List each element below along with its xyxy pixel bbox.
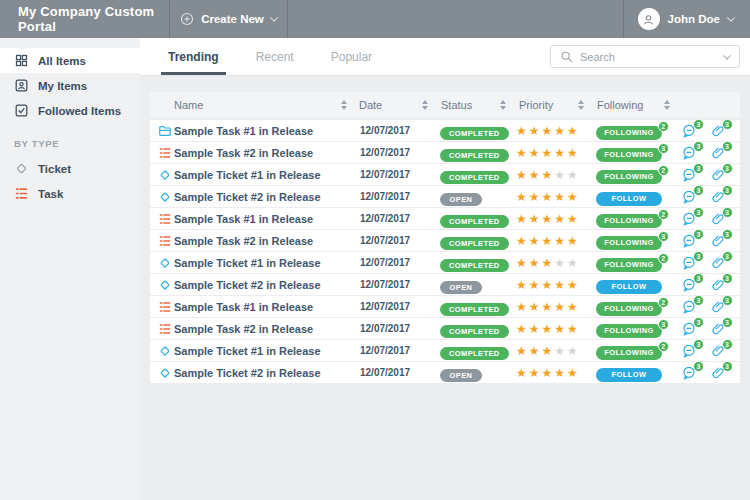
- row-name-link[interactable]: Sample Task #1 in Release: [174, 213, 336, 225]
- star-icon[interactable]: ★: [529, 345, 540, 357]
- comments-button[interactable]: 3: [681, 233, 697, 249]
- table-row[interactable]: Sample Task #2 in Release 12/07/2017 COM…: [150, 142, 740, 163]
- attachments-button[interactable]: 3: [711, 233, 726, 248]
- attachments-button[interactable]: 3: [711, 145, 726, 160]
- star-icon[interactable]: ★: [516, 323, 527, 335]
- star-icon[interactable]: ★: [516, 169, 527, 181]
- attachments-button[interactable]: 3: [711, 321, 726, 336]
- follow-toggle-button[interactable]: FOLLOWING 2: [596, 346, 662, 360]
- attachments-button[interactable]: 3: [711, 167, 726, 182]
- row-name-link[interactable]: Sample Task #2 in Release: [174, 235, 336, 247]
- follow-toggle-button[interactable]: FOLLOWING 2: [596, 214, 662, 228]
- star-icon[interactable]: ★: [554, 169, 565, 181]
- star-icon[interactable]: ★: [554, 323, 565, 335]
- star-icon[interactable]: ★: [516, 345, 527, 357]
- star-icon[interactable]: ★: [542, 169, 553, 181]
- star-icon[interactable]: ★: [516, 235, 527, 247]
- star-icon[interactable]: ★: [567, 213, 578, 225]
- star-icon[interactable]: ★: [567, 169, 578, 181]
- sort-icon[interactable]: [500, 100, 506, 110]
- sidebar-item-all-items[interactable]: All Items: [0, 48, 140, 73]
- star-icon[interactable]: ★: [554, 147, 565, 159]
- follow-toggle-button[interactable]: FOLLOW: [596, 280, 662, 294]
- follow-toggle-button[interactable]: FOLLOWING 3: [596, 236, 662, 250]
- sidebar-item-ticket[interactable]: Ticket: [0, 156, 140, 181]
- star-icon[interactable]: ★: [516, 191, 527, 203]
- comments-button[interactable]: 3: [681, 123, 697, 139]
- comments-button[interactable]: 3: [681, 365, 697, 381]
- sidebar-item-my-items[interactable]: My Items: [0, 73, 140, 98]
- star-icon[interactable]: ★: [529, 147, 540, 159]
- sidebar-item-followed-items[interactable]: Followed Items: [0, 98, 140, 123]
- star-icon[interactable]: ★: [529, 235, 540, 247]
- row-name-link[interactable]: Sample Task #2 in Release: [174, 147, 336, 159]
- star-icon[interactable]: ★: [554, 345, 565, 357]
- comments-button[interactable]: 3: [681, 211, 697, 227]
- star-icon[interactable]: ★: [529, 191, 540, 203]
- search-input[interactable]: [580, 51, 717, 63]
- star-icon[interactable]: ★: [529, 257, 540, 269]
- follow-toggle-button[interactable]: FOLLOWING 2: [596, 258, 662, 272]
- star-icon[interactable]: ★: [529, 279, 540, 291]
- star-icon[interactable]: ★: [516, 257, 527, 269]
- comments-button[interactable]: 3: [681, 255, 697, 271]
- sort-icon[interactable]: [664, 100, 670, 110]
- star-icon[interactable]: ★: [554, 257, 565, 269]
- star-icon[interactable]: ★: [516, 125, 527, 137]
- star-icon[interactable]: ★: [516, 147, 527, 159]
- table-row[interactable]: Sample Task #1 in Release 12/07/2017 COM…: [150, 120, 740, 141]
- sort-icon[interactable]: [341, 100, 347, 110]
- star-icon[interactable]: ★: [554, 235, 565, 247]
- row-name-link[interactable]: Sample Ticket #2 in Release: [174, 279, 336, 291]
- column-header-following[interactable]: Following: [590, 99, 660, 111]
- star-icon[interactable]: ★: [542, 235, 553, 247]
- star-icon[interactable]: ★: [554, 279, 565, 291]
- table-row[interactable]: Sample Task #1 in Release 12/07/2017 COM…: [150, 208, 740, 229]
- table-row[interactable]: Sample Ticket #2 in Release 12/07/2017 O…: [150, 362, 740, 383]
- attachments-button[interactable]: 3: [711, 255, 726, 270]
- comments-button[interactable]: 3: [681, 145, 697, 161]
- row-name-link[interactable]: Sample Ticket #1 in Release: [174, 257, 336, 269]
- attachments-button[interactable]: 3: [711, 277, 726, 292]
- column-header-priority[interactable]: Priority: [512, 99, 572, 111]
- column-header-status[interactable]: Status: [434, 99, 494, 111]
- star-icon[interactable]: ★: [567, 367, 578, 379]
- comments-button[interactable]: 3: [681, 343, 697, 359]
- column-header-date[interactable]: Date: [352, 99, 416, 111]
- attachments-button[interactable]: 3: [711, 365, 726, 380]
- star-icon[interactable]: ★: [542, 213, 553, 225]
- star-icon[interactable]: ★: [567, 147, 578, 159]
- row-name-link[interactable]: Sample Ticket #2 in Release: [174, 191, 336, 203]
- sidebar-item-task[interactable]: Task: [0, 181, 140, 206]
- star-icon[interactable]: ★: [567, 279, 578, 291]
- attachments-button[interactable]: 3: [711, 299, 726, 314]
- star-icon[interactable]: ★: [542, 191, 553, 203]
- tab-popular[interactable]: Popular: [331, 38, 372, 75]
- row-name-link[interactable]: Sample Ticket #1 in Release: [174, 169, 336, 181]
- star-icon[interactable]: ★: [516, 279, 527, 291]
- star-icon[interactable]: ★: [529, 169, 540, 181]
- row-name-link[interactable]: Sample Ticket #2 in Release: [174, 367, 336, 379]
- star-icon[interactable]: ★: [542, 125, 553, 137]
- follow-toggle-button[interactable]: FOLLOWING 3: [596, 324, 662, 338]
- tab-recent[interactable]: Recent: [256, 38, 294, 75]
- attachments-button[interactable]: 3: [711, 123, 726, 138]
- star-icon[interactable]: ★: [542, 345, 553, 357]
- star-icon[interactable]: ★: [542, 367, 553, 379]
- star-icon[interactable]: ★: [567, 191, 578, 203]
- star-icon[interactable]: ★: [554, 367, 565, 379]
- row-name-link[interactable]: Sample Task #1 in Release: [174, 125, 336, 137]
- star-icon[interactable]: ★: [567, 301, 578, 313]
- star-icon[interactable]: ★: [567, 345, 578, 357]
- star-icon[interactable]: ★: [542, 147, 553, 159]
- sort-icon[interactable]: [578, 100, 584, 110]
- star-icon[interactable]: ★: [542, 279, 553, 291]
- chevron-down-icon[interactable]: [723, 51, 731, 59]
- star-icon[interactable]: ★: [516, 367, 527, 379]
- table-row[interactable]: Sample Ticket #2 in Release 12/07/2017 O…: [150, 186, 740, 207]
- attachments-button[interactable]: 3: [711, 343, 726, 358]
- star-icon[interactable]: ★: [567, 235, 578, 247]
- user-menu[interactable]: John Doe: [623, 0, 750, 38]
- star-icon[interactable]: ★: [529, 301, 540, 313]
- star-icon[interactable]: ★: [554, 301, 565, 313]
